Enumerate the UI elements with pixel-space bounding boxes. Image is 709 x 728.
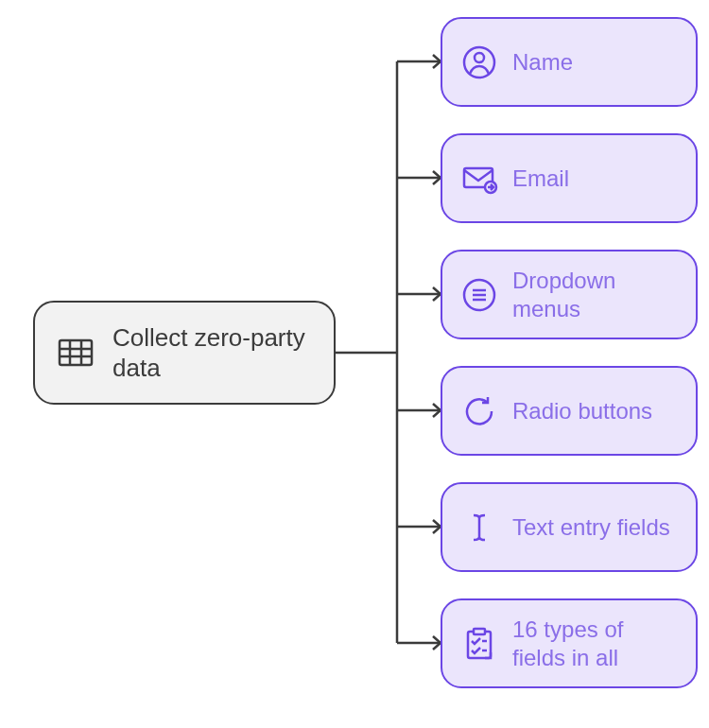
text-cursor-icon	[459, 508, 499, 547]
child-label: Radio buttons	[512, 397, 652, 425]
child-label: Email	[512, 165, 569, 193]
refresh-icon	[459, 391, 499, 431]
mail-forward-icon	[459, 159, 499, 199]
user-icon	[459, 43, 499, 82]
child-label: Text entry fields	[512, 513, 670, 542]
child-nodes-container: Name Email	[441, 17, 698, 688]
root-node: Collect zero-party data	[33, 301, 336, 405]
root-label: Collect zero-party data	[112, 322, 315, 384]
child-node-text-entry: Text entry fields	[441, 482, 698, 572]
child-node-dropdown: Dropdown menus	[441, 250, 698, 339]
checklist-icon	[459, 624, 499, 664]
child-node-all-fields: 16 types of fields in all	[441, 598, 698, 688]
table-icon	[54, 331, 97, 374]
child-label: Dropdown menus	[512, 267, 679, 323]
child-node-radio: Radio buttons	[441, 366, 698, 456]
list-circle-icon	[459, 275, 499, 315]
diagram-container: Collect zero-party data Name	[0, 0, 709, 728]
child-node-email: Email	[441, 133, 698, 223]
svg-rect-23	[474, 629, 485, 634]
svg-rect-8	[60, 340, 92, 365]
child-label: 16 types of fields in all	[512, 615, 679, 672]
child-label: Name	[512, 48, 573, 77]
svg-point-14	[475, 53, 484, 62]
child-node-name: Name	[441, 17, 698, 107]
